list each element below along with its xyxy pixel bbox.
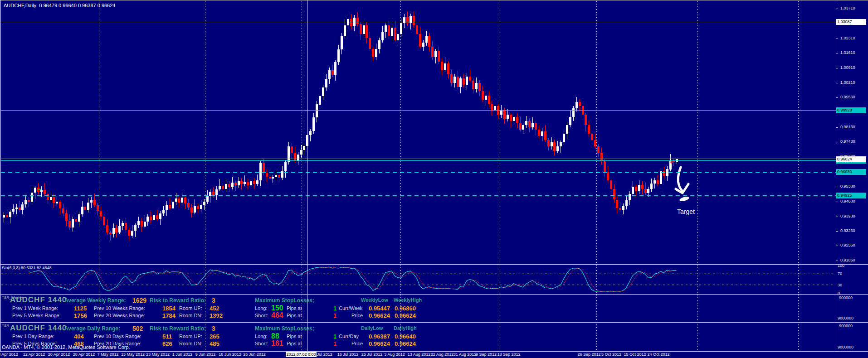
candle [544, 131, 546, 140]
daily-room-dn-label: Room DN: [179, 341, 202, 346]
frame-top [0, 0, 868, 0]
candle [37, 188, 39, 191]
date-label: 16 Jul 2012 [337, 352, 359, 357]
main-chart-area[interactable]: AUDCHF,Daily 0.96479 0.96640 0.96387 0.9… [0, 0, 836, 264]
period-separator [697, 1, 698, 351]
weekly-low-header: WeeklyLow [361, 297, 388, 303]
prev20days-value: 626 [162, 340, 172, 347]
candle [309, 131, 312, 135]
candle [597, 146, 600, 153]
price-level-line[interactable] [1, 160, 836, 161]
candle [350, 19, 352, 26]
candle [247, 182, 249, 185]
date-label: 28 Apr 2012 [73, 352, 95, 357]
candle [403, 17, 405, 23]
candle [372, 49, 374, 58]
avg-daily-range-value: 502 [132, 325, 143, 332]
date-label: 1 Jun 2012 [172, 352, 193, 357]
price-tick-label: 1.01610 [840, 50, 855, 55]
candle [622, 206, 624, 210]
candle [222, 186, 224, 189]
avg-daily-range-label: Average Daily Range: [64, 325, 120, 332]
candle [125, 223, 127, 230]
period-separator [400, 1, 401, 351]
axis-separator [836, 0, 836, 351]
price-level-line[interactable] [1, 159, 836, 159]
candle [62, 208, 64, 213]
price-level-line[interactable] [1, 195, 836, 196]
candle [90, 200, 93, 203]
sto-axis-label: 30 [838, 283, 842, 287]
candle [344, 25, 346, 36]
candle [84, 207, 86, 209]
candle [491, 104, 493, 111]
candle [482, 91, 484, 100]
price-tick-label: 1.00910 [840, 65, 855, 70]
period-separator [302, 1, 302, 351]
candle [588, 125, 590, 134]
price-level-line[interactable] [1, 110, 836, 111]
candle [240, 181, 243, 184]
candle [256, 180, 258, 184]
period-separator [99, 1, 99, 351]
candle [137, 221, 140, 225]
price-tick-label: 0.97430 [840, 139, 855, 144]
candle [657, 180, 659, 184]
candle [212, 192, 215, 195]
candle [56, 202, 58, 203]
candle [337, 49, 340, 62]
target-label: Target [677, 208, 695, 215]
room-up-label: Room UP: [179, 305, 202, 311]
candle [428, 36, 430, 47]
candle [463, 78, 465, 85]
candle [569, 117, 571, 126]
candle [75, 219, 77, 222]
date-label: 3 Aug 2012 [384, 352, 405, 357]
candle [525, 121, 527, 125]
sto-k-line [29, 267, 676, 291]
short-pips-suffix: Pips at [287, 313, 302, 318]
price-level-line[interactable] [1, 172, 836, 173]
candle [253, 181, 255, 184]
candle [454, 77, 456, 83]
selected-vertical-line[interactable] [307, 0, 307, 351]
candle [532, 123, 534, 127]
candle [190, 208, 193, 213]
candlestick-chart [0, 0, 836, 264]
long-pips-suffix: Pips at [287, 305, 302, 311]
candle [632, 187, 634, 194]
period-separator [798, 1, 799, 351]
candle [332, 70, 334, 74]
candle [134, 225, 137, 231]
candle [44, 190, 46, 194]
curr-day-high: 0.96640 [395, 333, 416, 340]
candle [356, 18, 359, 24]
stochastic-panel[interactable] [0, 265, 836, 294]
candle [585, 115, 587, 125]
mt4-chart-window: AUDCHF,Daily 0.96479 0.96640 0.96387 0.9… [0, 0, 868, 358]
candle [81, 207, 83, 214]
candle [434, 51, 437, 57]
tsr-weekly-border [0, 294, 868, 295]
period-separator [499, 1, 499, 351]
level-price-badge: 0.96030 [836, 169, 866, 175]
candle [206, 196, 209, 202]
candle [272, 177, 274, 179]
candle [475, 83, 478, 89]
candle [115, 228, 117, 232]
candle [507, 115, 509, 119]
candle [547, 140, 550, 146]
candle [50, 197, 52, 199]
daily-long-pips-suffix: Pips at [287, 334, 302, 339]
price-tick-label: 1.03710 [840, 6, 855, 10]
candle [575, 102, 578, 108]
sto-axis-label: 0 [838, 291, 840, 295]
candle [219, 186, 221, 189]
candle [641, 185, 644, 189]
candle [360, 24, 362, 34]
candle [100, 211, 102, 217]
price-level-line[interactable] [1, 22, 836, 22]
room-dn-label: Room DN: [179, 313, 202, 318]
candle [118, 226, 121, 232]
date-label: 5 Oct 2012 [601, 352, 621, 357]
